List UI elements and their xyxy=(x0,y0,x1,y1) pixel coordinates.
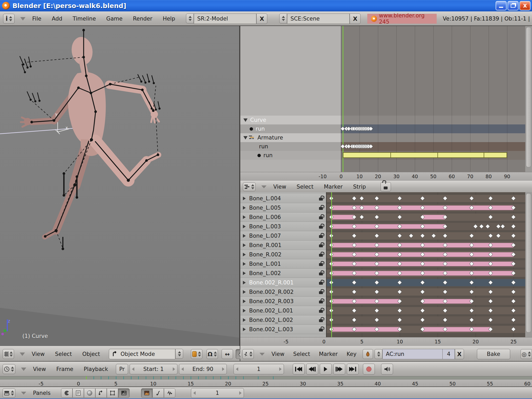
menu-help[interactable]: Help xyxy=(163,16,175,22)
chevron-right-icon[interactable] xyxy=(243,253,246,256)
screen-delete-button[interactable]: X xyxy=(256,14,267,24)
action-channel-bone-r-001[interactable]: Bone_R.001 xyxy=(240,241,326,250)
render-subcontext-button[interactable] xyxy=(141,388,152,398)
close-button[interactable]: X xyxy=(520,1,530,10)
unlock-icon[interactable] xyxy=(319,301,323,303)
unlock-icon[interactable] xyxy=(319,235,323,238)
action-frame-ruler[interactable]: -50510152025 xyxy=(240,337,532,346)
scene-name-field[interactable]: SCE:Scene xyxy=(287,14,350,24)
nla-action-strip[interactable] xyxy=(343,152,507,158)
unlock-icon[interactable] xyxy=(319,244,323,247)
start-frame-field[interactable]: Start: 1 xyxy=(130,364,177,374)
nla-channel-run-1[interactable]: run xyxy=(240,124,350,133)
nla-menu-view[interactable]: View xyxy=(273,184,286,190)
action-channel-bone-002-l-002[interactable]: Bone.002_L.002 xyxy=(240,315,326,325)
action-menu-marker[interactable]: Marker xyxy=(319,351,338,357)
bone-channel-label[interactable]: Bone_L.001 xyxy=(249,261,281,267)
menu-timeline[interactable]: Timeline xyxy=(73,16,96,22)
bone-channel-label[interactable]: Bone.002_R.001 xyxy=(249,280,294,286)
unlock-icon[interactable] xyxy=(319,291,323,294)
window-type-button-3dview[interactable] xyxy=(3,349,14,359)
end-frame-field[interactable]: End: 90 xyxy=(179,364,227,374)
nla-channel-label[interactable]: run xyxy=(256,126,265,132)
chevron-right-icon[interactable] xyxy=(243,215,246,219)
pin-action-button[interactable] xyxy=(363,349,373,359)
menu-render[interactable]: Render xyxy=(133,16,152,22)
sound-subcontext-button[interactable] xyxy=(164,388,175,398)
bone-channel-label[interactable]: Bone.002_R.003 xyxy=(249,298,294,304)
screen-browse-button[interactable] xyxy=(186,14,194,23)
current-frame-line[interactable] xyxy=(331,192,332,337)
unlock-icon[interactable] xyxy=(319,329,323,331)
scene-delete-button[interactable]: X xyxy=(350,14,361,24)
action-scrollbar-thumb[interactable] xyxy=(526,193,531,332)
bone-channel-label[interactable]: Bone.002_L.002 xyxy=(249,317,293,323)
current-frame-line[interactable] xyxy=(343,26,343,172)
collapse-menu-icon[interactable] xyxy=(21,368,26,371)
unlock-icon[interactable] xyxy=(319,272,323,275)
unlock-icon[interactable] xyxy=(319,263,323,266)
action-channel-list[interactable]: Bone_L.004Bone_L.005Bone_L.006Bone_L.003… xyxy=(240,192,327,337)
object-context-button[interactable] xyxy=(95,388,107,398)
timeline-menu-frame[interactable]: Frame xyxy=(56,366,73,372)
channel-dot-icon[interactable] xyxy=(250,127,253,131)
buttons-frame-field[interactable]: 1 xyxy=(191,388,244,398)
play-button[interactable] xyxy=(320,364,332,375)
action-channel-bone-002-r-001[interactable]: Bone.002_R.001 xyxy=(240,278,326,287)
action-channel-bone-r-002[interactable]: Bone_R.002 xyxy=(240,250,326,259)
nla-channel-label[interactable]: run xyxy=(263,152,272,158)
bone-channel-label[interactable]: Bone_R.001 xyxy=(249,242,282,248)
action-menu-key[interactable]: Key xyxy=(347,351,356,357)
screen-name-field[interactable]: SR:2-Model xyxy=(194,14,256,24)
viewport-menu-select[interactable]: Select xyxy=(55,351,72,357)
collapse-menu-icon[interactable] xyxy=(261,185,267,188)
long-keyframe-strip[interactable] xyxy=(331,327,400,332)
action-menu-select[interactable]: Select xyxy=(293,351,310,357)
nla-channel-armature-2[interactable]: Armature xyxy=(240,133,344,142)
minimize-button[interactable] xyxy=(496,1,507,10)
mode-dropdown[interactable]: Object Mode xyxy=(109,349,183,359)
nla-channel-curve-0[interactable]: Curve xyxy=(240,116,344,124)
menu-add[interactable]: Add xyxy=(52,16,62,22)
action-menu-view[interactable]: View xyxy=(271,351,284,357)
scene-browse-button[interactable] xyxy=(279,14,287,23)
mode-dropdown-arrows[interactable] xyxy=(175,349,183,359)
scene-context-button[interactable] xyxy=(118,388,130,398)
jump-to-end-button[interactable] xyxy=(347,364,359,375)
action-channel-bone-l-001[interactable]: Bone_L.001 xyxy=(240,259,326,269)
editing-context-button[interactable] xyxy=(107,388,118,398)
nla-frame-ruler[interactable]: -100102030405060708090 xyxy=(240,172,532,181)
action-scrollbar[interactable] xyxy=(525,192,532,337)
long-keyframe-strip[interactable] xyxy=(331,299,400,304)
bone-channel-label[interactable]: Bone_L.006 xyxy=(249,214,281,220)
bone-channel-label[interactable]: Bone_R.002 xyxy=(249,251,282,258)
chevron-right-icon[interactable] xyxy=(243,318,246,322)
viewport-menu-object[interactable]: Object xyxy=(82,351,100,357)
chevron-right-icon[interactable] xyxy=(243,243,246,247)
chevron-right-icon[interactable] xyxy=(243,262,246,266)
nla-channel-run-4[interactable]: run xyxy=(240,151,358,160)
action-users-count[interactable]: 4 xyxy=(443,349,455,359)
unlock-icon[interactable] xyxy=(319,282,323,285)
channel-dot-icon[interactable] xyxy=(257,154,261,157)
prev-keyframe-button[interactable] xyxy=(306,364,318,375)
action-channel-bone-l-006[interactable]: Bone_L.006 xyxy=(240,212,326,222)
window-type-button-nla[interactable] xyxy=(243,182,256,191)
title-bar[interactable]: Blender [E:\perso-walk6.blend] X xyxy=(0,0,532,11)
collapse-menu-icon[interactable] xyxy=(20,17,25,21)
chevron-right-icon[interactable] xyxy=(243,281,246,284)
action-editor[interactable]: Bone_L.004Bone_L.005Bone_L.006Bone_L.003… xyxy=(240,192,532,337)
chevron-right-icon[interactable] xyxy=(243,271,246,275)
unlock-icon[interactable] xyxy=(319,207,323,210)
logic-context-button[interactable] xyxy=(61,388,72,398)
menu-game[interactable]: Game xyxy=(106,16,123,22)
long-keyframe-strip[interactable] xyxy=(423,215,445,220)
chevron-right-icon[interactable] xyxy=(243,328,246,331)
nla-channel-list[interactable]: CurverunArmaturerunrun xyxy=(240,26,341,172)
bone-channel-label[interactable]: Bone_L.007 xyxy=(249,233,281,239)
long-keyframe-strip[interactable] xyxy=(423,327,491,332)
nla-keyframe-area[interactable] xyxy=(341,26,525,172)
chevron-right-icon[interactable] xyxy=(243,300,246,303)
window-type-button-buttons[interactable] xyxy=(3,388,15,398)
viewport-menu-view[interactable]: View xyxy=(32,351,45,357)
